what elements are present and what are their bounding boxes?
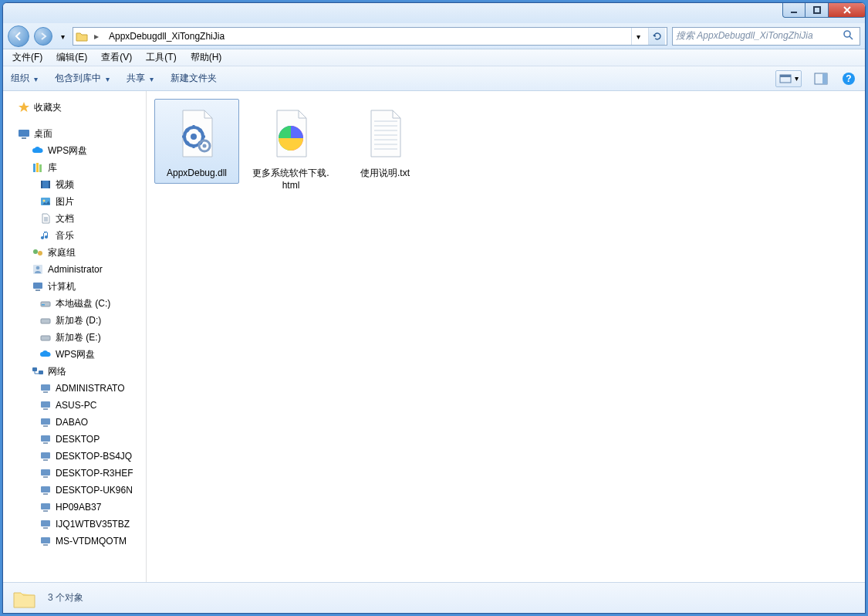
cloud-icon bbox=[31, 144, 45, 157]
drive-icon bbox=[39, 296, 52, 310]
include-in-library-button[interactable]: 包含到库中 bbox=[55, 72, 110, 85]
menu-bar: 文件(F) 编辑(E) 查看(V) 工具(T) 帮助(H) bbox=[3, 49, 865, 66]
svg-point-20 bbox=[38, 251, 42, 256]
svg-point-19 bbox=[33, 249, 38, 254]
menu-edit[interactable]: 编辑(E) bbox=[50, 49, 93, 66]
tree-drive-e[interactable]: 新加卷 (E:) bbox=[3, 329, 146, 346]
tree-network-computer[interactable]: HP09AB37 bbox=[3, 499, 146, 516]
svg-rect-9 bbox=[19, 130, 29, 137]
file-name-label: 使用说明.txt bbox=[360, 164, 410, 180]
forward-arrow-icon bbox=[39, 32, 48, 41]
tree-network-computer[interactable]: DESKTOP-R3HEF bbox=[3, 465, 146, 482]
minimize-button[interactable] bbox=[782, 2, 806, 18]
tree-drive-c[interactable]: 本地磁盘 (C:) bbox=[3, 295, 146, 312]
maximize-button[interactable] bbox=[806, 2, 829, 18]
file-item[interactable]: 使用说明.txt bbox=[343, 99, 427, 184]
svg-rect-16 bbox=[49, 181, 50, 188]
music-icon bbox=[39, 228, 52, 242]
view-mode-button[interactable] bbox=[775, 70, 802, 87]
file-name-label: AppxDebug.dll bbox=[167, 164, 227, 180]
explorer-body: 收藏夹 桌面 WPS网盘 库 视频 图片 bbox=[3, 91, 865, 582]
tree-administrator[interactable]: Administrator bbox=[3, 261, 146, 278]
navigation-pane: 收藏夹 桌面 WPS网盘 库 视频 图片 bbox=[3, 91, 147, 582]
tree-wps[interactable]: WPS网盘 bbox=[3, 142, 146, 159]
svg-rect-0 bbox=[791, 12, 797, 13]
tree-desktop[interactable]: 桌面 bbox=[3, 125, 146, 142]
libraries-icon bbox=[31, 161, 45, 174]
maximize-icon bbox=[812, 5, 822, 15]
tree-network-computer[interactable]: IJQ1WTBV35TBZ bbox=[3, 516, 146, 533]
share-button[interactable]: 共享 bbox=[127, 72, 154, 85]
include-label: 包含到库中 bbox=[55, 72, 101, 85]
breadcrumb-separator[interactable]: ▸ bbox=[92, 31, 101, 42]
svg-rect-41 bbox=[41, 469, 50, 476]
tree-network-computer[interactable]: ASUS-PC bbox=[3, 397, 146, 414]
new-folder-button[interactable]: 新建文件夹 bbox=[171, 72, 217, 85]
svg-rect-47 bbox=[41, 520, 50, 526]
tree-network-computer[interactable]: DESKTOP-BS4JQ bbox=[3, 448, 146, 465]
tree-videos[interactable]: 视频 bbox=[3, 176, 146, 193]
computer-icon bbox=[31, 279, 45, 293]
menu-file[interactable]: 文件(F) bbox=[6, 49, 49, 66]
tree-network[interactable]: 网络 bbox=[3, 363, 146, 380]
file-type-icon bbox=[256, 103, 326, 164]
tree-pictures[interactable]: 图片 bbox=[3, 193, 146, 210]
svg-rect-27 bbox=[41, 319, 50, 323]
svg-rect-10 bbox=[22, 137, 26, 139]
tree-favorites[interactable]: 收藏夹 bbox=[3, 99, 146, 116]
tree-wps2[interactable]: WPS网盘 bbox=[3, 346, 146, 363]
svg-rect-48 bbox=[43, 527, 48, 529]
file-item[interactable]: AppxDebug.dll bbox=[154, 99, 239, 184]
svg-rect-37 bbox=[41, 435, 50, 442]
organize-button[interactable]: 组织 bbox=[11, 72, 38, 85]
address-bar[interactable]: ▸ AppxDebugdll_XiTongZhiJia bbox=[73, 27, 667, 46]
back-button[interactable] bbox=[8, 25, 29, 47]
tree-network-computer[interactable]: DESKTOP-UK96N bbox=[3, 482, 146, 499]
refresh-button[interactable] bbox=[648, 28, 665, 45]
tree-label: 计算机 bbox=[48, 280, 76, 293]
search-box[interactable]: 搜索 AppxDebugdll_XiTongZhiJia bbox=[672, 27, 860, 46]
file-item[interactable]: 更多系统软件下载.html bbox=[248, 99, 333, 195]
nav-history-dropdown[interactable] bbox=[57, 25, 68, 47]
tree-network-computer[interactable]: DABAO bbox=[3, 414, 146, 431]
tree-music[interactable]: 音乐 bbox=[3, 227, 146, 244]
tree-libraries[interactable]: 库 bbox=[3, 159, 146, 176]
tree-network-computer[interactable]: MS-VTDMQOTM bbox=[3, 533, 146, 550]
tree-network-computer[interactable]: ADMINISTRATO bbox=[3, 380, 146, 397]
tree-label: 收藏夹 bbox=[34, 101, 62, 114]
address-dropdown[interactable] bbox=[631, 28, 645, 45]
menu-help[interactable]: 帮助(H) bbox=[184, 49, 228, 66]
forward-button[interactable] bbox=[34, 27, 52, 46]
svg-point-18 bbox=[43, 200, 46, 202]
desktop-icon bbox=[17, 127, 31, 140]
tree-label: WPS网盘 bbox=[48, 144, 87, 157]
tree-homegroup[interactable]: 家庭组 bbox=[3, 244, 146, 261]
file-list-pane[interactable]: AppxDebug.dll更多系统软件下载.html使用说明.txt bbox=[147, 91, 865, 582]
folder-icon bbox=[75, 29, 89, 43]
breadcrumb-folder[interactable]: AppxDebugdll_XiTongZhiJia bbox=[104, 28, 229, 45]
command-bar: 组织 包含到库中 共享 新建文件夹 ? bbox=[3, 66, 865, 91]
new-folder-label: 新建文件夹 bbox=[171, 72, 217, 85]
menu-tools[interactable]: 工具(T) bbox=[140, 49, 182, 66]
svg-rect-28 bbox=[41, 336, 50, 340]
tree-documents[interactable]: 文档 bbox=[3, 210, 146, 227]
svg-rect-12 bbox=[36, 163, 39, 172]
tree-label: 本地磁盘 (C:) bbox=[56, 297, 110, 310]
help-button[interactable]: ? bbox=[840, 70, 857, 87]
chevron-down-icon bbox=[34, 73, 38, 84]
search-placeholder: 搜索 AppxDebugdll_XiTongZhiJia bbox=[676, 29, 843, 42]
tree-label: 新加卷 (E:) bbox=[56, 331, 101, 344]
tree-label: DESKTOP-R3HEF bbox=[56, 468, 133, 479]
window-controls bbox=[782, 2, 866, 18]
close-button[interactable] bbox=[829, 2, 866, 18]
svg-rect-46 bbox=[43, 510, 48, 512]
status-text: 3 个对象 bbox=[48, 591, 83, 604]
tree-network-computer[interactable]: DESKTOP bbox=[3, 431, 146, 448]
tree-label: 视频 bbox=[56, 178, 74, 191]
menu-view[interactable]: 查看(V) bbox=[95, 49, 138, 66]
tree-computer[interactable]: 计算机 bbox=[3, 278, 146, 295]
minimize-icon bbox=[789, 5, 799, 15]
tree-drive-d[interactable]: 新加卷 (D:) bbox=[3, 312, 146, 329]
preview-pane-button[interactable] bbox=[812, 70, 829, 87]
refresh-icon bbox=[652, 31, 663, 42]
